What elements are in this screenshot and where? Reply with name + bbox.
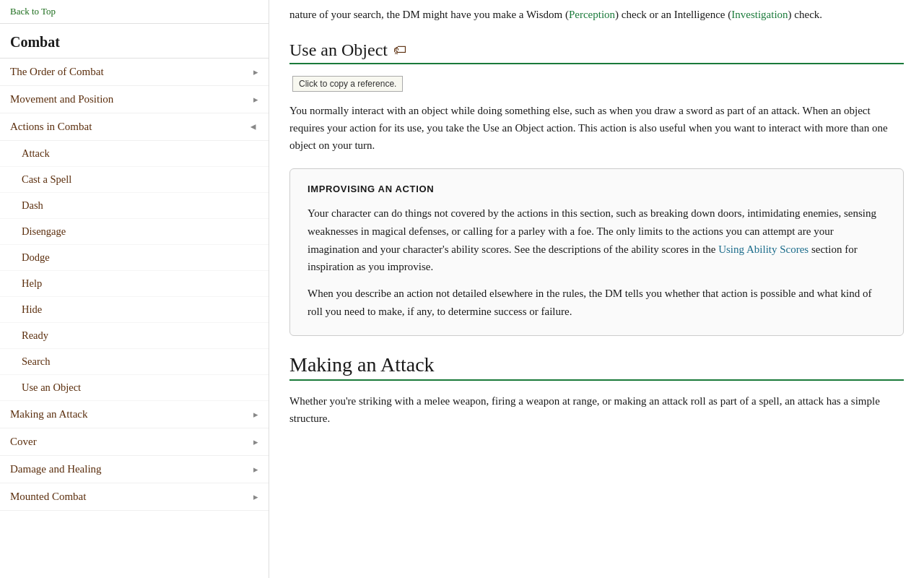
making-an-attack-heading: Making an Attack — [289, 353, 904, 376]
sidebar-subitem-disengage[interactable]: Disengage — [0, 219, 269, 245]
heading-divider — [289, 63, 904, 64]
chevron-right-icon: ▸ — [253, 66, 258, 78]
sidebar-subitem-cast-a-spell[interactable]: Cast a Spell — [0, 167, 269, 193]
chevron-right-icon: ▸ — [253, 464, 258, 475]
top-text-mid: ) check or an Intelligence ( — [615, 9, 731, 20]
bookmark-icon: 🏷 — [393, 43, 406, 58]
chevron-down-icon: ▼ — [248, 122, 260, 131]
sidebar-item-label: The Order of Combat — [10, 66, 104, 78]
sidebar-subitem-ready[interactable]: Ready — [0, 323, 269, 349]
chevron-right-icon: ▸ — [253, 491, 258, 503]
sidebar-subitem-search[interactable]: Search — [0, 349, 269, 375]
sidebar-item-damage-healing[interactable]: Damage and Healing ▸ — [0, 456, 269, 483]
chevron-right-icon: ▸ — [253, 436, 258, 448]
sidebar: Back to Top Combat The Order of Combat ▸… — [0, 0, 269, 578]
sidebar-item-making-an-attack[interactable]: Making an Attack ▸ — [0, 401, 269, 428]
making-an-attack-section: Making an Attack Whether you're striking… — [289, 353, 904, 427]
sidebar-item-movement-position[interactable]: Movement and Position ▸ — [0, 86, 269, 113]
chevron-right-icon: ▸ — [253, 94, 258, 105]
sidebar-subitem-use-an-object[interactable]: Use an Object — [0, 375, 269, 401]
copy-reference-tooltip[interactable]: Click to copy a reference. — [292, 76, 403, 92]
improvising-action-callout: IMPROVISING AN ACTION Your character can… — [289, 168, 904, 336]
sidebar-subitem-dash[interactable]: Dash — [0, 193, 269, 219]
top-text-before-perception: nature of your search, the DM might have… — [289, 9, 569, 20]
top-text-end: ) check. — [788, 9, 822, 20]
sidebar-subitem-help[interactable]: Help — [0, 271, 269, 297]
sidebar-item-mounted-combat[interactable]: Mounted Combat ▸ — [0, 483, 269, 511]
use-an-object-title: Use an Object — [289, 40, 388, 60]
making-attack-divider — [289, 379, 904, 381]
sidebar-item-cover[interactable]: Cover ▸ — [0, 428, 269, 456]
sidebar-item-actions-in-combat[interactable]: Actions in Combat ▼ — [0, 113, 269, 141]
sidebar-subitem-attack[interactable]: Attack — [0, 141, 269, 167]
callout-title: IMPROVISING AN ACTION — [308, 184, 886, 194]
sidebar-subitem-hide[interactable]: Hide — [0, 297, 269, 323]
sidebar-subitem-dodge[interactable]: Dodge — [0, 245, 269, 271]
sidebar-item-label: Movement and Position — [10, 93, 113, 105]
sidebar-item-order-of-combat[interactable]: The Order of Combat ▸ — [0, 59, 269, 86]
sidebar-item-label: Making an Attack — [10, 408, 87, 420]
main-content: nature of your search, the DM might have… — [269, 0, 924, 578]
callout-para2: When you describe an action not detailed… — [308, 285, 886, 321]
top-paragraph-block: nature of your search, the DM might have… — [289, 0, 904, 23]
use-object-paragraph: You normally interact with an object whi… — [289, 102, 904, 154]
sidebar-item-label: Mounted Combat — [10, 491, 86, 503]
use-an-object-heading: Use an Object 🏷 — [289, 40, 904, 60]
top-paragraph-text: nature of your search, the DM might have… — [289, 6, 904, 23]
callout-para1: Your character can do things not covered… — [308, 204, 886, 276]
sidebar-item-label: Cover — [10, 436, 37, 448]
using-ability-scores-link[interactable]: Using Ability Scores — [718, 243, 808, 255]
use-an-object-section: Use an Object 🏷 Click to copy a referenc… — [289, 40, 904, 336]
actions-in-combat-subitems: Attack Cast a Spell Dash Disengage Dodge… — [0, 141, 269, 401]
chevron-right-icon: ▸ — [253, 409, 258, 420]
sidebar-item-label: Actions in Combat — [10, 121, 92, 133]
sidebar-item-label: Damage and Healing — [10, 463, 102, 475]
back-to-top-link[interactable]: Back to Top — [0, 0, 269, 24]
making-attack-paragraph: Whether you're striking with a melee wea… — [289, 392, 904, 427]
perception-link[interactable]: Perception — [569, 9, 615, 20]
sidebar-section-title: Combat — [0, 24, 269, 59]
investigation-link[interactable]: Investigation — [731, 9, 788, 20]
